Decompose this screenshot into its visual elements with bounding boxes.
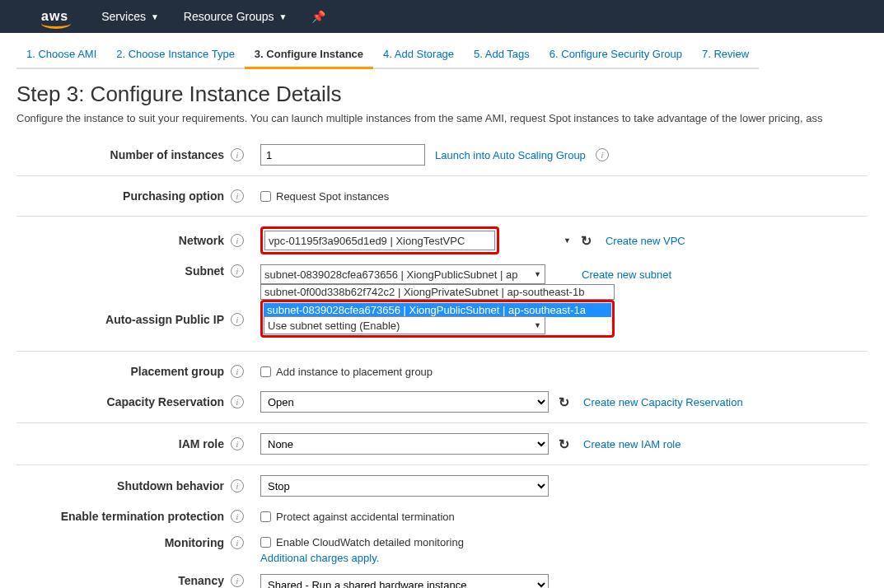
placement-checkbox[interactable]: [260, 366, 271, 377]
row-tenancy: Tenancy i Shared - Run a shared hardware…: [16, 569, 868, 588]
term-protect-checkbox-label[interactable]: Protect against accidental termination: [260, 511, 455, 523]
label-monitoring: Monitoring: [16, 536, 231, 549]
auto-ip-select[interactable]: Use subnet setting (Enable) ▼: [264, 316, 545, 334]
page-title: Step 3: Configure Instance Details: [16, 82, 868, 107]
highlight-box: vpc-01195f3a9065d1ed9 | XiongTestVPC: [260, 226, 499, 254]
spot-checkbox[interactable]: [260, 191, 271, 202]
label-auto-ip: Auto-assign Public IP: [16, 313, 231, 326]
label-shutdown: Shutdown behavior: [16, 479, 231, 492]
placement-cb-text: Add instance to placement group: [276, 366, 433, 378]
aws-logo[interactable]: aws: [41, 9, 68, 24]
row-num-instances: Number of instances i Launch into Auto S…: [16, 139, 868, 170]
step-add-storage[interactable]: 4. Add Storage: [373, 41, 464, 69]
info-icon[interactable]: i: [231, 510, 244, 523]
subnet-select[interactable]: subnet-0839028cfea673656 | XiongPublicSu…: [260, 264, 545, 284]
label-tenancy: Tenancy: [16, 574, 231, 587]
row-shutdown: Shutdown behavior i Stop: [16, 470, 868, 502]
services-menu[interactable]: Services ▼: [101, 10, 159, 23]
step-add-tags[interactable]: 5. Add Tags: [464, 41, 540, 69]
placement-checkbox-label[interactable]: Add instance to placement group: [260, 366, 433, 378]
separator: [16, 464, 868, 465]
label-placement: Placement group: [16, 365, 231, 378]
info-icon[interactable]: i: [231, 148, 244, 161]
subnet-option-highlighted[interactable]: subnet-0839028cfea673656 | XiongPublicSu…: [264, 303, 611, 317]
info-icon[interactable]: i: [231, 395, 244, 408]
subnet-selected-value: subnet-0839028cfea673656 | XiongPublicSu…: [264, 268, 517, 281]
separator: [16, 216, 868, 217]
wizard-steps: 1. Choose AMI 2. Choose Instance Type 3.…: [0, 33, 884, 69]
pin-icon[interactable]: 📌: [311, 10, 325, 23]
step-configure-instance[interactable]: 3. Configure Instance: [245, 41, 373, 69]
num-instances-input[interactable]: [260, 144, 425, 166]
create-capacity-link[interactable]: Create new Capacity Reservation: [583, 396, 743, 408]
info-icon[interactable]: i: [231, 536, 244, 549]
dropdown-arrow-icon: ▼: [534, 270, 541, 278]
step-choose-type[interactable]: 2. Choose Instance Type: [106, 41, 245, 69]
topbar: aws Services ▼ Resource Groups ▼ 📌: [0, 0, 884, 33]
caret-down-icon: ▼: [279, 12, 288, 21]
monitoring-checkbox-label[interactable]: Enable CloudWatch detailed monitoring: [260, 536, 464, 548]
info-icon[interactable]: i: [231, 189, 244, 203]
highlight-box: subnet-0839028cfea673656 | XiongPublicSu…: [260, 300, 615, 338]
row-capacity: Capacity Reservation i Open ↻ Create new…: [16, 386, 868, 418]
spot-checkbox-label[interactable]: Request Spot instances: [260, 190, 389, 203]
label-capacity: Capacity Reservation: [16, 395, 231, 408]
auto-ip-value: Use subnet setting (Enable): [268, 320, 400, 332]
info-icon[interactable]: i: [231, 234, 244, 247]
tenancy-select[interactable]: Shared - Run a shared hardware instance: [260, 574, 549, 588]
launch-asg-link[interactable]: Launch into Auto Scaling Group: [435, 149, 586, 161]
info-icon[interactable]: i: [231, 574, 244, 587]
label-term-protect: Enable termination protection: [16, 510, 231, 523]
caret-down-icon: ▼: [151, 12, 159, 21]
monitoring-checkbox[interactable]: [260, 537, 271, 548]
row-iam: IAM role i None ↻ Create new IAM role: [16, 428, 868, 460]
step-choose-ami[interactable]: 1. Choose AMI: [16, 41, 106, 69]
resource-groups-menu[interactable]: Resource Groups ▼: [184, 10, 288, 23]
info-icon[interactable]: i: [231, 437, 244, 450]
separator: [16, 351, 868, 352]
create-subnet-link[interactable]: Create new subnet: [582, 268, 671, 281]
label-purchasing: Purchasing option: [16, 189, 231, 203]
dropdown-arrow-icon: ▼: [564, 236, 571, 245]
resource-groups-label: Resource Groups: [184, 10, 274, 23]
refresh-icon[interactable]: ↻: [581, 233, 596, 248]
step-review[interactable]: 7. Review: [692, 41, 759, 69]
row-term-protect: Enable termination protection i Protect …: [16, 502, 868, 531]
info-icon[interactable]: i: [231, 264, 244, 278]
row-placement: Placement group i Add instance to placem…: [16, 357, 868, 386]
create-iam-link[interactable]: Create new IAM role: [583, 438, 681, 450]
spot-label-text: Request Spot instances: [276, 190, 389, 203]
term-protect-checkbox[interactable]: [260, 511, 271, 522]
monitoring-charges-link[interactable]: Additional charges apply.: [260, 552, 379, 564]
info-icon[interactable]: i: [231, 313, 244, 326]
shutdown-select[interactable]: Stop: [260, 475, 549, 497]
dropdown-arrow-icon: ▼: [534, 321, 541, 329]
refresh-icon[interactable]: ↻: [559, 436, 573, 451]
content: Step 3: Configure Instance Details Confi…: [0, 69, 884, 588]
network-select[interactable]: vpc-01195f3a9065d1ed9 | XiongTestVPC: [264, 231, 495, 250]
services-label: Services: [101, 10, 146, 23]
step-security-group[interactable]: 6. Configure Security Group: [540, 41, 692, 69]
label-subnet: Subnet: [16, 264, 231, 278]
info-icon[interactable]: i: [231, 479, 244, 492]
subnet-dropdown: subnet-0f00d338b62f742c2 | XiongPrivateS…: [260, 284, 615, 338]
info-icon[interactable]: i: [231, 365, 244, 378]
separator: [16, 175, 868, 176]
separator: [16, 422, 868, 423]
page-description: Configure the instance to suit your requ…: [16, 112, 868, 124]
row-network: Network i vpc-01195f3a9065d1ed9 | XiongT…: [16, 222, 868, 259]
iam-select[interactable]: None: [260, 433, 549, 455]
network-value: vpc-01195f3a9065d1ed9 | XiongTestVPC: [269, 235, 465, 247]
row-purchasing: Purchasing option i Request Spot instanc…: [16, 181, 868, 211]
subnet-option[interactable]: subnet-0f00d338b62f742c2 | XiongPrivateS…: [260, 284, 615, 300]
refresh-icon[interactable]: ↻: [559, 394, 573, 409]
label-network: Network: [16, 234, 231, 247]
info-icon[interactable]: i: [596, 148, 609, 161]
label-num-instances: Number of instances: [16, 148, 231, 161]
label-iam: IAM role: [16, 437, 231, 450]
term-protect-text: Protect against accidental termination: [276, 511, 455, 523]
monitoring-text: Enable CloudWatch detailed monitoring: [276, 536, 464, 548]
row-monitoring: Monitoring i Enable CloudWatch detailed …: [16, 531, 868, 569]
create-vpc-link[interactable]: Create new VPC: [606, 235, 685, 247]
capacity-select[interactable]: Open: [260, 391, 549, 413]
